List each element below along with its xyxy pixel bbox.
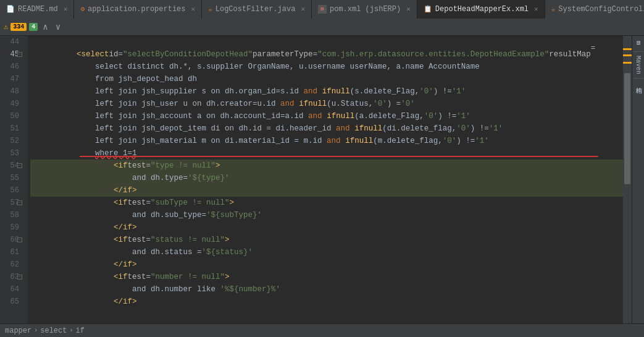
line-62: </if> bbox=[30, 258, 623, 271]
fold-marker-45[interactable]: − bbox=[17, 52, 22, 57]
close-icon[interactable]: ✕ bbox=[64, 5, 68, 13]
line-65: </if> bbox=[30, 296, 623, 308]
tab-label: LogCostFilter.java bbox=[215, 5, 296, 14]
breadcrumb-mapper[interactable]: mapper bbox=[5, 326, 31, 335]
breadcrumb-select[interactable]: select bbox=[40, 326, 67, 335]
line-52: left join jsh_material m on di.material_… bbox=[30, 135, 623, 147]
line-47: from jsh_depot_head dh bbox=[30, 73, 623, 85]
toolbar: ⚠ 334 4 ∧ ∨ bbox=[0, 19, 644, 36]
tab-label: pom.xml (jshERP) bbox=[330, 5, 401, 14]
status-bar: mapper › select › if bbox=[0, 323, 644, 337]
fold-marker-63[interactable]: − bbox=[17, 275, 22, 279]
right-panel-maven[interactable]: Maven bbox=[634, 53, 643, 77]
line-46: select distinct dh.*, s.supplier OrganNa… bbox=[30, 61, 623, 73]
close-icon[interactable]: ✕ bbox=[406, 5, 411, 13]
line-56: </if> bbox=[30, 184, 623, 197]
tab-depot-mapper[interactable]: 📋 DepotHeadMapperEx.xml ✕ bbox=[417, 0, 545, 19]
check-count-badge[interactable]: 4 bbox=[29, 23, 38, 31]
readme-icon: 📄 bbox=[6, 5, 15, 13]
close-icon[interactable]: ✕ bbox=[301, 5, 305, 13]
line-58: and dh.sub_type='${subType}' bbox=[30, 209, 623, 221]
line-61: and dh.status ='${status}' bbox=[30, 246, 623, 258]
tab-pom[interactable]: m pom.xml (jshERP) ✕ bbox=[312, 0, 417, 19]
tab-label: SystemConfigController.java bbox=[558, 5, 644, 14]
line-51: left join jsh_depot_item di on dh.id = d… bbox=[30, 122, 623, 135]
tab-label: application.properties bbox=[88, 5, 185, 14]
fold-marker-57[interactable]: − bbox=[17, 200, 22, 205]
line-59: </if> bbox=[30, 221, 623, 234]
fold-marker-54[interactable]: − bbox=[17, 163, 22, 168]
line-55: and dh.type='${type}' bbox=[30, 172, 623, 184]
warning-count-badge[interactable]: 334 bbox=[10, 23, 27, 31]
breadcrumb-if[interactable]: if bbox=[75, 326, 84, 335]
tab-label: README.md bbox=[18, 5, 58, 14]
close-icon[interactable]: ✕ bbox=[191, 5, 196, 13]
code-area[interactable]: <select id="selectByConditionDepotHead" … bbox=[28, 36, 623, 323]
tab-app-props[interactable]: ⚙ application.properties ✕ bbox=[74, 0, 202, 19]
tab-system-ctrl[interactable]: ☕ SystemConfigController.java ✕ bbox=[545, 0, 644, 19]
scroll-up-btn[interactable]: ∧ bbox=[40, 20, 50, 33]
line-45: <select id="selectByConditionDepotHead" … bbox=[30, 48, 623, 61]
right-scroll-area[interactable] bbox=[623, 36, 632, 323]
props-icon: ⚙ bbox=[80, 5, 85, 13]
right-panel-m[interactable]: m bbox=[634, 36, 643, 50]
tab-label: DepotHeadMapperEx.xml bbox=[435, 5, 529, 14]
xml-icon: 📋 bbox=[424, 5, 432, 13]
fold-marker-60[interactable]: − bbox=[17, 237, 22, 242]
tab-bar: 📄 README.md ✕ ⚙ application.properties ✕… bbox=[0, 0, 644, 19]
right-panel: m Maven 结构 bbox=[632, 36, 644, 323]
scroll-down-btn[interactable]: ∨ bbox=[53, 20, 63, 33]
warning-marker-2 bbox=[623, 54, 632, 56]
editor-container: 44 45− 46 47 48 49 50 51 52 53 54− 55 56… bbox=[0, 36, 644, 323]
tab-readme[interactable]: 📄 README.md ✕ bbox=[0, 0, 74, 19]
pom-icon: m bbox=[318, 5, 327, 14]
separator2 bbox=[634, 78, 643, 79]
line-44 bbox=[30, 36, 623, 48]
separator bbox=[634, 51, 643, 52]
tab-log-filter[interactable]: ☕ LogCostFilter.java ✕ bbox=[202, 0, 312, 19]
warning-marker-1 bbox=[623, 48, 632, 50]
line-53: where 1=1 bbox=[30, 147, 623, 160]
line-48: left join jsh_supplier s on dh.organ_id=… bbox=[30, 85, 623, 98]
line-numbers-gutter: 44 45− 46 47 48 49 50 51 52 53 54− 55 56… bbox=[0, 36, 28, 323]
close-icon[interactable]: ✕ bbox=[534, 5, 538, 13]
line-49: left join jsh_user u on dh.creator=u.id … bbox=[30, 98, 623, 110]
right-panel-struct[interactable]: 结构 bbox=[633, 80, 644, 85]
warning-icon: ⚠ bbox=[4, 22, 8, 32]
scroll-thumb[interactable] bbox=[624, 73, 630, 184]
java-icon: ☕ bbox=[208, 5, 212, 13]
breadcrumb-arrow-2: › bbox=[69, 327, 73, 334]
java-icon: ☕ bbox=[551, 5, 556, 13]
line-64: and dh.number like '%${number}%' bbox=[30, 283, 623, 296]
breadcrumb-arrow-1: › bbox=[34, 327, 38, 334]
warning-marker-3 bbox=[623, 62, 632, 64]
line-50: left join jsh_account a on dh.account_id… bbox=[30, 110, 623, 122]
